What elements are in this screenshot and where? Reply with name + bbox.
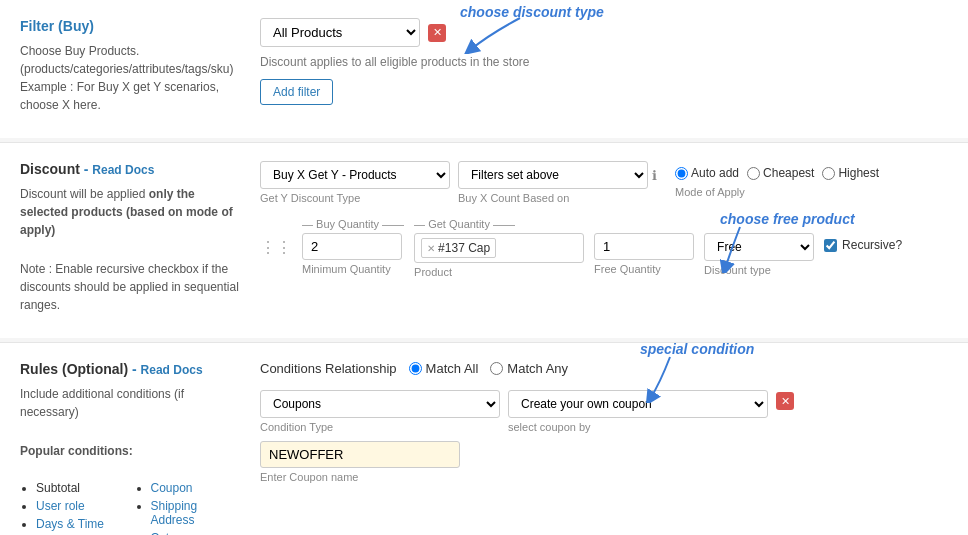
condition-type-col: Coupons Subtotal User role Condition Typ… — [260, 390, 500, 433]
discount-read-docs[interactable]: Read Docs — [92, 163, 154, 177]
select-coupon-dropdown[interactable]: Create your own coupon Existing coupon — [508, 390, 768, 418]
buy-x-dropdown[interactable]: Filters set above All Products — [458, 161, 648, 189]
get-y-col: Buy X Get Y - Products Buy X Get Y - Car… — [260, 161, 450, 204]
category-link[interactable]: Category Combination — [151, 531, 218, 535]
discount-left-panel: Discount - Read Docs Discount will be ap… — [20, 161, 240, 320]
buy-qty-box: — Buy Quantity —— Minimum Quantity — [302, 218, 404, 275]
filter-right-panel: choose discount type All Products Specif… — [260, 18, 948, 120]
select-coupon-col: Create your own coupon Existing coupon s… — [508, 390, 768, 433]
annotation-special-condition: special condition — [640, 341, 754, 357]
discount-type-row: Buy X Get Y - Products Buy X Get Y - Car… — [260, 161, 948, 204]
product-label: Product — [414, 266, 584, 278]
radio-cheapest[interactable]: Cheapest — [747, 166, 814, 180]
condition-type-label: Condition Type — [260, 421, 500, 433]
conditions-rel-label: Conditions Relationship — [260, 361, 397, 376]
popular-category: Category Combination — [151, 531, 241, 535]
popular-conditions: Subtotal User role Days & Time Purchase … — [20, 481, 240, 535]
rules-left-panel: Rules (Optional) - Read Docs Include add… — [20, 361, 240, 535]
rules-title: Rules (Optional) - Read Docs — [20, 361, 240, 377]
popular-coupon: Coupon — [151, 481, 241, 495]
info-icon: ℹ — [652, 168, 657, 183]
drag-handle[interactable]: ⋮⋮ — [260, 218, 292, 257]
mode-apply-col: Auto add Cheapest Highest Mode of Apply — [675, 166, 879, 199]
filter-description: Choose Buy Products. (products/categorie… — [20, 42, 240, 114]
discount-desc: Discount will be applied only the select… — [20, 185, 240, 239]
match-all-radio[interactable] — [409, 362, 422, 375]
user-role-link[interactable]: User role — [36, 499, 85, 513]
get-y-label: Get Y Discount Type — [260, 192, 450, 204]
discount-type-label: Discount type — [704, 264, 814, 276]
filter-remove-btn[interactable]: ✕ — [428, 24, 446, 42]
coupon-link[interactable]: Coupon — [151, 481, 193, 495]
coupon-name-label: Enter Coupon name — [260, 471, 948, 483]
add-filter-button[interactable]: Add filter — [260, 79, 333, 105]
qty-row: ⋮⋮ — Buy Quantity —— Minimum Quantity — … — [260, 218, 948, 278]
recursive-checkbox[interactable] — [824, 239, 837, 252]
days-time-link[interactable]: Days & Time — [36, 517, 104, 531]
recursive-check: Recursive? — [824, 218, 902, 252]
match-all-label[interactable]: Match All — [409, 361, 479, 376]
buy-x-label: Buy X Count Based on — [458, 192, 657, 204]
match-any-label[interactable]: Match Any — [490, 361, 568, 376]
free-type-dropdown[interactable]: Free Percentage Fixed — [704, 233, 814, 261]
filter-row: All Products Specific Products Specific … — [260, 18, 948, 47]
free-qty-box: — Free Quantity — [594, 218, 694, 275]
filter-hint: Discount applies to all eligible product… — [260, 55, 948, 69]
radio-highest[interactable]: Highest — [822, 166, 879, 180]
mode-radio-group: Auto add Cheapest Highest — [675, 166, 879, 180]
coupon-name-col: Enter Coupon name — [260, 441, 948, 483]
product-tag: ✕ #137 Cap — [421, 238, 496, 258]
match-any-radio[interactable] — [490, 362, 503, 375]
discount-note: Note : Enable recursive checkbox if the … — [20, 260, 240, 314]
select-coupon-label: select coupon by — [508, 421, 768, 433]
product-tag-input[interactable]: ✕ #137 Cap — [414, 233, 584, 263]
rules-read-docs[interactable]: Read Docs — [141, 363, 203, 377]
popular-left-list: Subtotal User role Days & Time Purchase … — [20, 481, 105, 535]
rules-desc: Include additional conditions (if necess… — [20, 385, 240, 421]
conditions-relationship-row: Conditions Relationship Match All Match … — [260, 361, 948, 376]
mode-label: Mode of Apply — [675, 186, 745, 198]
free-qty-label: Free Quantity — [594, 263, 694, 275]
popular-shipping: Shipping Address — [151, 499, 241, 527]
tag-x[interactable]: ✕ — [427, 243, 435, 254]
condition-row: Coupons Subtotal User role Condition Typ… — [260, 390, 948, 433]
popular-conditions-label: Popular conditions: — [20, 444, 133, 458]
free-type-col: — Free Percentage Fixed Discount type — [704, 218, 814, 276]
tag-label: #137 Cap — [438, 241, 490, 255]
popular-days-time: Days & Time — [36, 517, 105, 531]
shipping-link[interactable]: Shipping Address — [151, 499, 198, 527]
all-products-dropdown[interactable]: All Products Specific Products Specific … — [260, 18, 420, 47]
buy-qty-input[interactable] — [302, 233, 402, 260]
filter-left-panel: Filter (Buy) Choose Buy Products. (produ… — [20, 18, 240, 120]
filter-title: Filter (Buy) — [20, 18, 240, 34]
get-y-dropdown[interactable]: Buy X Get Y - Products Buy X Get Y - Car… — [260, 161, 450, 189]
buy-qty-min-label: Minimum Quantity — [302, 263, 404, 275]
popular-user-role: User role — [36, 499, 105, 513]
get-qty-box: — Get Quantity —— ✕ #137 Cap Product — [414, 218, 584, 278]
popular-subtotal: Subtotal — [36, 481, 105, 495]
get-qty-label-top: — Get Quantity —— — [414, 218, 584, 230]
recursive-label: Recursive? — [842, 238, 902, 252]
condition-type-dropdown[interactable]: Coupons Subtotal User role — [260, 390, 500, 418]
buy-x-col: Filters set above All Products ℹ Buy X C… — [458, 161, 657, 204]
discount-title: Discount - Read Docs — [20, 161, 240, 177]
popular-right-list: Coupon Shipping Address Category Combina… — [135, 481, 241, 535]
buy-qty-label: — Buy Quantity —— — [302, 218, 404, 230]
radio-auto-add[interactable]: Auto add — [675, 166, 739, 180]
discount-right-panel: choose free product Buy X Get Y - Produc… — [260, 161, 948, 320]
rules-right-panel: special condition Conditions Relationshi… — [260, 361, 948, 535]
condition-remove-btn[interactable]: ✕ — [776, 392, 794, 410]
free-qty-input[interactable] — [594, 233, 694, 260]
coupon-name-input[interactable] — [260, 441, 460, 468]
